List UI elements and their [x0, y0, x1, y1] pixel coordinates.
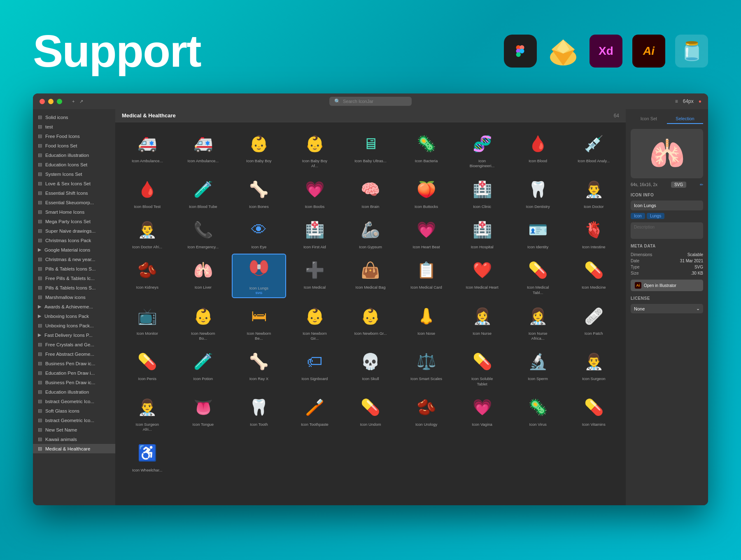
icon-cell[interactable]: 🦾 Icon Gypsum — [343, 213, 398, 252]
icon-cell[interactable]: ♿ Icon Wheelchar... — [120, 436, 175, 475]
icon-cell[interactable]: 🏥 Icon Hospital — [455, 213, 509, 252]
figma-icon[interactable] — [504, 35, 537, 68]
xd-icon[interactable]: Xd — [590, 35, 622, 68]
description-field[interactable]: Description — [631, 222, 703, 239]
icon-cell[interactable]: 🪥 Icon Toothpaste — [288, 391, 342, 435]
icon-cell[interactable]: 🩸 Icon Blood — [511, 127, 565, 171]
sidebar-item[interactable]: ▶Fast Delivery Icons P... — [33, 330, 115, 340]
icon-cell[interactable]: ➕ Icon Medical — [288, 254, 342, 298]
sidebar-item[interactable]: ▤Smart Home Icons — [33, 207, 115, 217]
sidebar-item[interactable]: ▤Medical & Healthcare — [33, 444, 115, 453]
icon-cell[interactable]: 👶 Icon Newborn Bo... — [176, 300, 231, 344]
sidebar-item[interactable]: ▤Education Icons Set — [33, 160, 115, 169]
icon-cell[interactable]: 🧪 Icon Potion — [176, 345, 231, 389]
sidebar-item[interactable]: ▤System Icons Set — [33, 169, 115, 179]
icon-cell[interactable]: 🖥 Icon Baby Ultras... — [343, 127, 398, 171]
sidebar-item[interactable]: ▤Free Pills & Tablets Ic... — [33, 273, 115, 283]
sidebar-item[interactable]: ▤Education Pen Draw i... — [33, 368, 115, 378]
sidebar-item[interactable]: ▤New Set Name — [33, 425, 115, 434]
icon-cell[interactable]: 💊 Icon Penis — [120, 345, 175, 389]
sidebar-item[interactable]: ▤bstract Geometric Ico... — [33, 415, 115, 425]
icon-cell[interactable]: 💗 Icon Boobs — [288, 173, 342, 212]
icon-cell[interactable]: 💊 Icon Medicine — [566, 254, 621, 298]
icon-cell[interactable]: 🏥 Icon First Aid — [288, 213, 342, 252]
sidebar-item[interactable]: ▤Love & Sex Icons Set — [33, 179, 115, 188]
ai-icon[interactable]: Ai — [632, 35, 665, 68]
sidebar-item[interactable]: ▤Christmas Icons Pack — [33, 236, 115, 245]
icon-cell[interactable]: 🫘 Icon Urology — [399, 391, 454, 435]
sidebar-item[interactable]: ▤Super Naive drawings... — [33, 226, 115, 236]
sidebar-item[interactable]: ▤Free Crystals and Ge... — [33, 340, 115, 349]
icon-cell[interactable]: Icon Lungs SVG — [232, 254, 286, 298]
sidebar-item[interactable]: ▤Marshmallow icons — [33, 292, 115, 302]
add-icon[interactable]: + — [72, 99, 75, 104]
icon-cell[interactable]: 👶 Icon Newborn Gir... — [288, 300, 342, 344]
sidebar-item[interactable]: ▤bstract Geometric Ico... — [33, 397, 115, 406]
sidebar-item[interactable]: ▶Google Material icons — [33, 245, 115, 254]
icon-cell[interactable]: 🏷 Icon Signboard — [288, 345, 342, 389]
icon-cell[interactable]: 💊 Icon Medical Tabl... — [511, 254, 565, 298]
sidebar-item[interactable]: ▤Pills & Tablets Icons S... — [33, 283, 115, 292]
sidebar-item[interactable]: ▤Food Icons Set — [33, 141, 115, 150]
icon-cell[interactable]: 👩‍⚕️ Icon Nurse — [455, 300, 509, 344]
sidebar-item[interactable]: ▤Pills & Tablets Icons S... — [33, 264, 115, 273]
sidebar-item[interactable]: ▶Unboxing Icons Pack — [33, 311, 115, 321]
icon-cell[interactable]: 💊 Icon Vitamins — [566, 391, 621, 435]
icon-cell[interactable]: 🫀 Icon Intestine — [566, 213, 621, 252]
export-icon[interactable]: ↗ — [79, 99, 83, 104]
icon-cell[interactable]: 👨‍⚕️ Icon Doctor — [566, 173, 621, 212]
icon-cell[interactable]: 🚑 Icon Ambulance... — [120, 127, 175, 171]
icon-cell[interactable]: 🔬 Icon Sperm — [511, 345, 565, 389]
icon-cell[interactable]: 👨‍⚕️ Icon Surgeon — [566, 345, 621, 389]
sidebar-item[interactable]: ▤Education illustration — [33, 150, 115, 160]
icon-cell[interactable]: 🦠 Icon Bacteria — [399, 127, 454, 171]
icon-cell[interactable]: 💗 Icon Heart Beat — [399, 213, 454, 252]
edit-icon[interactable]: ✏ — [700, 182, 703, 187]
icon-cell[interactable]: 🚑 Icon Ambulance... — [176, 127, 231, 171]
icon-cell[interactable]: 👨‍⚕️ Icon Surgeon Afri... — [120, 391, 175, 435]
tag-icon[interactable]: Icon — [631, 213, 645, 219]
icon-cell[interactable]: 👅 Icon Tongue — [176, 391, 231, 435]
tab-selection[interactable]: Selection — [667, 114, 703, 124]
icon-cell[interactable]: 🦷 Icon Tooth — [232, 391, 286, 435]
icon-cell[interactable]: 💊 Icon Undom — [343, 391, 398, 435]
sidebar-item[interactable]: ▤Soft Glass icons — [33, 406, 115, 415]
sidebar-item[interactable]: ▤Unboxing Icons Pack... — [33, 321, 115, 330]
sidebar-item[interactable]: ▤Education illustration — [33, 387, 115, 397]
sidebar-item[interactable]: ▤Business Pen Draw ic... — [33, 359, 115, 368]
icon-cell[interactable]: 💀 Icon Skull — [343, 345, 398, 389]
icon-cell[interactable]: 🦴 Icon Bones — [232, 173, 286, 212]
jar-icon[interactable]: 🫙 — [675, 35, 708, 68]
icon-cell[interactable]: 🧪 Icon Blood Tube — [176, 173, 231, 212]
icon-cell[interactable]: 🍑 Icon Buttocks — [399, 173, 454, 212]
close-button[interactable] — [40, 99, 45, 104]
icon-cell[interactable]: 📋 Icon Medical Card — [399, 254, 454, 298]
tab-iconset[interactable]: Icon Set — [631, 114, 667, 124]
sidebar-item[interactable]: ▤test — [33, 122, 115, 131]
open-in-illustrator-button[interactable]: Ai Open in Illustrator — [631, 280, 703, 291]
license-dropdown[interactable]: None ⌄ — [631, 304, 703, 313]
maximize-button[interactable] — [57, 99, 62, 104]
icon-cell[interactable]: 🛏 Icon Newborn Be... — [232, 300, 286, 344]
search-bar[interactable]: 🔍 Search IconJar — [329, 97, 412, 106]
icon-cell[interactable]: 🧠 Icon Brain — [343, 173, 398, 212]
icon-cell[interactable]: 📞 Icon Emergency... — [176, 213, 231, 252]
icon-cell[interactable]: 🫁 Icon Liver — [176, 254, 231, 298]
icon-cell[interactable]: 📺 Icon Monitor — [120, 300, 175, 344]
icon-cell[interactable]: 👩‍⚕️ Icon Nurse Africa... — [511, 300, 565, 344]
icon-cell[interactable]: ⚖️ Icon Smart Scales — [399, 345, 454, 389]
filter-icon[interactable]: ≡ — [675, 98, 678, 104]
sidebar-item[interactable]: ▶Awards & Achieveme... — [33, 302, 115, 311]
icon-cell[interactable]: 🦴 Icon Ray X — [232, 345, 286, 389]
sidebar-item[interactable]: ▤Christmas & new year... — [33, 254, 115, 264]
icon-cell[interactable]: 🩸 Icon Blood Test — [120, 173, 175, 212]
sidebar-item[interactable]: ▤Solid icons — [33, 112, 115, 122]
icon-cell[interactable]: 🧬 Icon Bioengineeri... — [455, 127, 509, 171]
icon-cell[interactable]: 🦷 Icon Dentistry — [511, 173, 565, 212]
icon-cell[interactable]: 🦠 Icon Virus — [511, 391, 565, 435]
tag-lungs[interactable]: Lungs — [647, 213, 664, 219]
icon-cell[interactable]: 💊 Icon Soluble Tablet — [455, 345, 509, 389]
sidebar-item[interactable]: ▤Business Pen Draw ic... — [33, 378, 115, 387]
sidebar-item[interactable]: ▤Kawaii animals — [33, 434, 115, 444]
sketch-icon[interactable] — [547, 35, 580, 68]
